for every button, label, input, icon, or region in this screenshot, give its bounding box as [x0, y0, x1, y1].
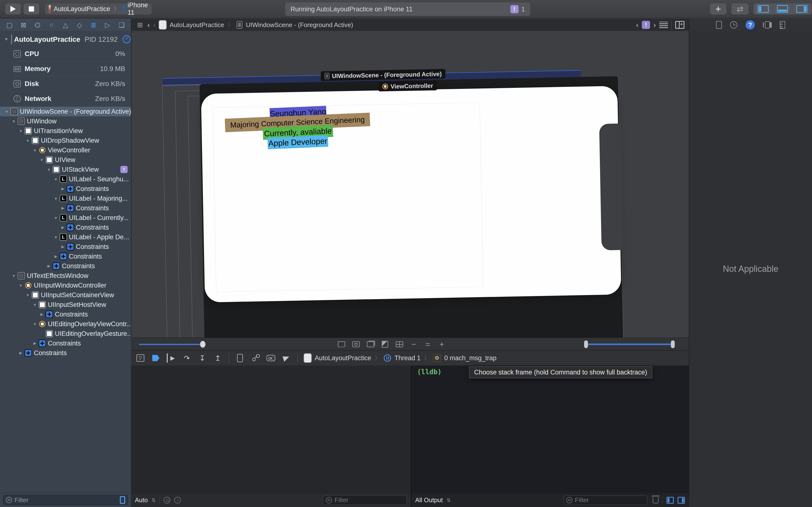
step-into-icon[interactable]: ↧ — [198, 353, 207, 362]
tree-row[interactable]: ▶Constraints — [0, 348, 131, 358]
gauge-row-disk[interactable]: DiskZero KB/s — [0, 76, 131, 91]
breakpoint-navigator-icon[interactable]: ▷ — [103, 21, 112, 29]
size-inspector-icon[interactable] — [780, 21, 785, 29]
hide-debug-area-icon[interactable]: ▽ — [137, 354, 144, 362]
disclosure-triangle-icon[interactable]: ▼ — [25, 138, 31, 143]
scheme-selector[interactable]: AutoLayoutPractice 〉 iPhone 11 — [45, 3, 152, 14]
run-button[interactable] — [5, 3, 21, 14]
memory-graph-icon[interactable] — [251, 353, 260, 362]
zoom-minus-button[interactable]: − — [409, 340, 418, 349]
disclosure-triangle-icon[interactable]: ▼ — [53, 177, 59, 181]
disclosure-triangle-icon[interactable]: ▼ — [4, 110, 10, 114]
disclosure-triangle-icon[interactable]: ▼ — [32, 322, 38, 326]
project-navigator-icon[interactable]: ▢ — [5, 21, 13, 29]
simulate-location-icon[interactable] — [282, 353, 291, 362]
previous-issue-button[interactable]: ‹ — [636, 21, 639, 29]
disclosure-triangle-icon[interactable]: ▶ — [32, 341, 38, 345]
tree-row[interactable]: ▼UIDropShadowView — [0, 136, 131, 145]
destination-name[interactable]: iPhone 11 — [128, 1, 148, 16]
disclosure-triangle-icon[interactable]: ▼ — [25, 293, 31, 297]
tree-row[interactable]: ▶Constraints — [0, 203, 131, 213]
zoom-plus-button[interactable]: + — [437, 340, 447, 349]
disclosure-triangle-icon[interactable]: ▼ — [18, 283, 24, 288]
breadcrumb-frame[interactable]: 0 mach_msg_trap — [444, 354, 496, 362]
spacing-slider-knob[interactable] — [200, 341, 205, 348]
disclosure-triangle-icon[interactable]: ▶ — [60, 206, 66, 210]
debug-navigator-icon[interactable]: ≣ — [89, 21, 98, 29]
tree-row[interactable]: ▶Constraints — [0, 223, 131, 232]
orient-3d-icon[interactable] — [380, 339, 390, 349]
disclosure-triangle-icon[interactable]: ▼ — [46, 168, 52, 172]
runtime-issue-badge[interactable]: ! — [510, 5, 519, 13]
spacing-slider-track[interactable] — [139, 344, 206, 345]
jumpbar-app-segment[interactable]: AutoLayoutPractice — [170, 21, 224, 29]
tree-row[interactable]: ▼UIStackView! — [0, 165, 131, 174]
tree-row[interactable]: ▶Constraints — [0, 184, 131, 193]
show-variables-pane-icon[interactable] — [666, 497, 674, 504]
range-handle-left[interactable] — [584, 340, 588, 348]
source-control-navigator-icon[interactable]: ⊠ — [19, 21, 28, 29]
show-constraints-icon[interactable] — [351, 339, 361, 349]
layout-issue-badge[interactable]: ! — [120, 166, 128, 173]
show-clipped-content-icon[interactable] — [337, 339, 347, 349]
swap-editor-button[interactable]: ⇄ — [731, 3, 749, 14]
step-over-icon[interactable]: ↷ — [182, 353, 191, 362]
variables-scope-select[interactable]: Auto — [135, 496, 148, 504]
tree-row[interactable]: ▼UITextEffectsWindow — [0, 271, 131, 281]
tree-row[interactable]: ▼LUILabel - Seunghu... — [0, 174, 131, 184]
stack-frame-gear-icon[interactable]: ⚙ — [433, 354, 441, 362]
scheme-name[interactable]: AutoLayoutPractice — [54, 5, 110, 13]
report-navigator-icon[interactable]: ❏ — [117, 21, 126, 29]
activity-viewer[interactable]: Running AutoLayoutPractice on iPhone 11 … — [285, 2, 530, 16]
tree-row[interactable]: ▼UIInputWindowController — [0, 281, 131, 290]
tree-row[interactable]: ▼UIWindow — [0, 116, 131, 126]
tree-row[interactable]: UIEditingOverlayGesture... — [0, 329, 131, 338]
tree-row[interactable]: ▼UITransitionView — [0, 126, 131, 136]
disclosure-triangle-icon[interactable]: ▶ — [60, 244, 66, 249]
console-view[interactable]: (lldb) All Output ⇅ Filter — [411, 365, 689, 507]
disclosure-triangle-icon[interactable]: ▼ — [32, 303, 38, 307]
show-view-frames-icon[interactable] — [365, 339, 375, 349]
tree-row[interactable]: ▼LUILabel - Apple De... — [0, 232, 131, 242]
step-out-icon[interactable]: ↥ — [213, 353, 222, 362]
disclosure-triangle-icon[interactable]: ▼ — [18, 129, 24, 133]
disclosure-triangle-icon[interactable]: ▼ — [53, 235, 59, 239]
quicklook-icon[interactable] — [164, 497, 170, 504]
disclosure-triangle-icon[interactable]: ▼ — [3, 37, 9, 42]
issue-badge[interactable]: ! — [642, 21, 650, 29]
tree-row[interactable]: ▶Constraints — [0, 309, 131, 319]
tree-row[interactable]: ▼UIWindowScene - (Foreground Active) — [0, 107, 131, 116]
history-inspector-icon[interactable] — [730, 21, 737, 29]
disclosure-triangle-icon[interactable]: ▼ — [32, 148, 38, 152]
disclosure-triangle-icon[interactable]: ▼ — [53, 196, 59, 201]
disclosure-triangle-icon[interactable]: ▶ — [60, 187, 66, 191]
tree-row[interactable]: ▶Constraints — [0, 242, 131, 251]
range-handle-right[interactable] — [671, 340, 675, 348]
tree-row[interactable]: ▶Constraints — [0, 338, 131, 348]
disclosure-triangle-icon[interactable]: ▶ — [60, 225, 66, 230]
show-grid-icon[interactable] — [394, 339, 405, 349]
toggle-inspector-button[interactable] — [792, 3, 812, 14]
next-issue-button[interactable]: › — [654, 21, 656, 29]
disclosure-triangle-icon[interactable]: ▼ — [11, 274, 17, 278]
tree-row[interactable]: ▼LUILabel - Majoring... — [0, 193, 131, 203]
disclosure-triangle-icon[interactable]: ▼ — [11, 119, 17, 123]
tree-row[interactable]: ▶Constraints — [0, 251, 131, 261]
add-editor-icon[interactable] — [675, 21, 684, 29]
gauge-row-cpu[interactable]: CPU0% — [0, 46, 131, 61]
view-debugger-icon[interactable] — [236, 353, 245, 362]
disclosure-triangle-icon[interactable]: ▶ — [18, 351, 24, 355]
gauge-row-memory[interactable]: Memory10.9 MB — [0, 61, 131, 76]
test-navigator-icon[interactable]: ◇ — [75, 21, 84, 29]
tree-row[interactable]: ▶Constraints — [0, 261, 131, 271]
related-items-icon[interactable]: ⊞ — [136, 21, 144, 29]
object-inspector-icon[interactable] — [763, 21, 772, 29]
jumpbar-scene-segment[interactable]: UIWindowScene - (Foreground Active) — [246, 21, 353, 29]
console-filter-input[interactable]: Filter — [563, 495, 648, 505]
tree-row[interactable]: ▼UIInputSetHostView — [0, 300, 131, 309]
find-navigator-icon[interactable]: ○ — [47, 21, 56, 29]
back-button[interactable]: ‹ — [147, 21, 150, 29]
tree-row[interactable]: ▼UIView — [0, 155, 131, 165]
library-add-button[interactable]: + — [710, 3, 726, 14]
disclosure-triangle-icon[interactable]: ▼ — [39, 158, 45, 162]
